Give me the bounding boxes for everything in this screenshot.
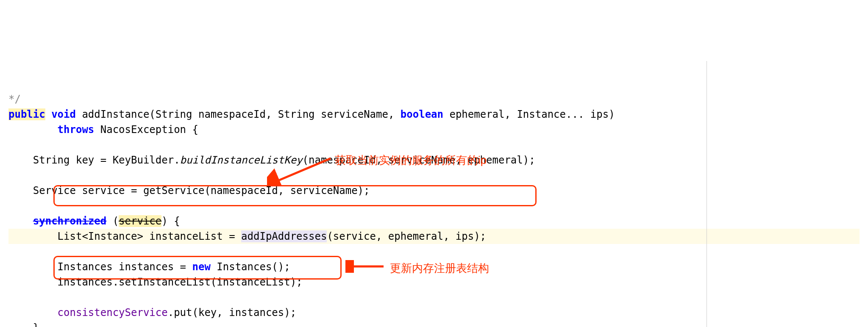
keyword-void: void xyxy=(51,108,76,120)
keyword-public: public xyxy=(8,108,45,120)
keyword-new: new xyxy=(192,261,210,273)
param-type: String xyxy=(156,108,192,120)
code-block: */ public void addInstance(String namesp… xyxy=(0,61,868,327)
column-guide xyxy=(707,61,707,327)
param-type: String xyxy=(278,108,315,120)
param-type: Instance... xyxy=(517,108,584,120)
sync-close: ) { xyxy=(161,215,180,227)
addip-method: addIpAddresses xyxy=(241,230,327,242)
param-name: namespaceId xyxy=(198,108,266,120)
brace-close: } xyxy=(33,322,39,327)
comment-end: */ xyxy=(8,93,21,105)
keyword-synchronized: synchronized xyxy=(33,215,106,227)
list-decl: List<Instance> instanceList = xyxy=(58,230,241,242)
code-line: String key = KeyBuilder. xyxy=(33,154,180,166)
instances-decl: Instances instances = xyxy=(58,261,192,273)
field-consistency: consistencyService xyxy=(58,307,168,319)
param-name: ephemeral xyxy=(449,108,504,120)
instances-ctor: Instances(); xyxy=(211,261,290,273)
annotation-top: 获取当前实例的服务的所有的ip xyxy=(335,152,487,169)
code-line: Service service = getService(namespaceId… xyxy=(33,185,370,197)
keyword-boolean: boolean xyxy=(401,108,443,120)
addip-args: (service, ephemeral, ips); xyxy=(327,230,486,242)
param-name: serviceName xyxy=(321,108,388,120)
keyword-throws: throws xyxy=(58,124,95,136)
annotation-bottom: 更新内存注册表结构 xyxy=(390,260,489,277)
set-instance-list: instances.setInstanceList(instanceList); xyxy=(58,276,303,288)
put-call: .put(key, instances); xyxy=(168,307,296,319)
sync-arg: service xyxy=(119,215,161,227)
arrow-bottom xyxy=(345,260,388,273)
method-name: addInstance xyxy=(82,108,149,120)
param-name: ips xyxy=(590,108,609,120)
exception-type: NacosException xyxy=(100,124,186,136)
sync-open: ( xyxy=(106,215,119,227)
static-method: buildInstanceListKey xyxy=(180,154,303,166)
